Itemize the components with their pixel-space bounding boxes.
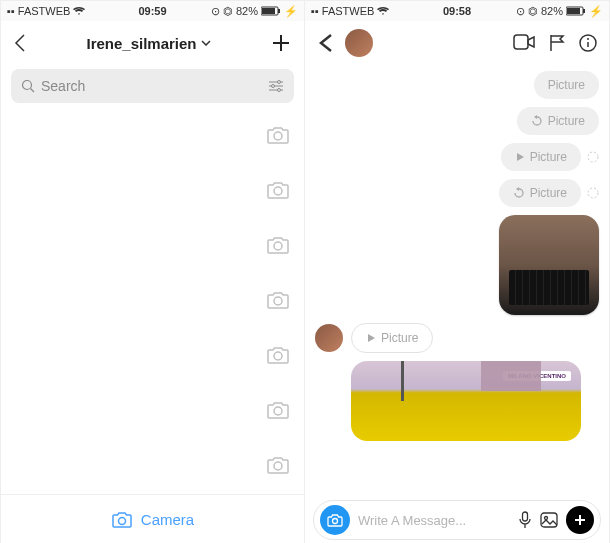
camera-icon [111,510,133,530]
svg-point-5 [272,85,275,88]
location-sticker: MILANO VICENTINO [503,371,571,381]
svg-point-13 [274,462,282,470]
conversation-header [305,21,609,65]
svg-point-4 [278,81,281,84]
video-call-button[interactable] [513,34,535,52]
dm-inbox-screen: ▪▪ FASTWEB 09:59 ⊙ ⏣ 82% ⚡ [1,1,305,543]
lock-icon: ⏣ [528,5,538,18]
svg-rect-1 [262,8,275,14]
list-item[interactable] [1,162,304,217]
camera-icon[interactable] [266,344,290,366]
search-icon [21,79,35,93]
outgoing-photo-message[interactable] [499,215,599,315]
svg-point-21 [588,152,598,162]
gallery-button[interactable] [540,512,558,528]
camera-label: Camera [141,511,194,528]
filter-icon[interactable] [268,79,284,93]
list-item[interactable] [1,272,304,327]
account-switcher[interactable]: Irene_silmarien [86,35,210,52]
dm-conversation-screen: ▪▪ FASTWEB 09:58 ⊙ ⏣ 82% ⚡ [305,1,609,543]
loading-spinner-icon [587,187,599,199]
info-button[interactable] [579,34,597,52]
alarm-icon: ⊙ [211,5,220,18]
status-bar: ▪▪ FASTWEB 09:59 ⊙ ⏣ 82% ⚡ [1,1,304,21]
message-placeholder: Write A Message... [358,513,510,528]
alarm-icon: ⊙ [516,5,525,18]
incoming-picture-bubble[interactable]: Picture [351,323,433,353]
username-label: Irene_silmarien [86,35,196,52]
avatar [1,442,23,488]
list-item[interactable] [1,382,304,437]
replay-icon [531,115,543,127]
camera-icon[interactable] [266,234,290,256]
clock: 09:58 [443,5,471,17]
avatar[interactable] [315,324,343,352]
avatar [1,222,23,268]
battery-percent: 82% [541,5,563,17]
svg-rect-18 [514,35,528,49]
camera-button[interactable] [320,505,350,535]
svg-point-10 [274,297,282,305]
compose-bar: Write A Message... [305,496,609,543]
list-item[interactable] [1,107,304,162]
signal-icon: ▪▪ [311,5,319,17]
svg-rect-25 [541,513,557,527]
search-input[interactable]: Search [11,69,294,103]
loading-spinner-icon [587,151,599,163]
camera-icon[interactable] [266,454,290,476]
list-item[interactable] [1,327,304,382]
svg-point-20 [587,38,589,40]
flag-button[interactable] [549,34,565,52]
svg-rect-17 [583,9,585,13]
carrier-label: FASTWEB [18,5,71,17]
svg-point-9 [274,242,282,250]
bubble-label: Picture [530,186,567,200]
camera-icon[interactable] [266,399,290,421]
lock-icon: ⏣ [223,5,233,18]
chevron-down-icon [201,40,211,46]
voice-message-button[interactable] [518,511,532,529]
message-list: Picture Picture Picture Picture [305,65,609,496]
status-bar: ▪▪ FASTWEB 09:58 ⊙ ⏣ 82% ⚡ [305,1,609,21]
bubble-label: Picture [548,114,585,128]
charging-icon: ⚡ [284,5,298,18]
carrier-label: FASTWEB [322,5,375,17]
outgoing-picture-bubble[interactable]: Picture [534,71,599,99]
back-button[interactable] [13,33,27,53]
svg-point-14 [118,517,125,524]
svg-point-11 [274,352,282,360]
new-message-button[interactable] [270,32,292,54]
camera-icon[interactable] [266,124,290,146]
list-item[interactable] [1,437,304,492]
camera-icon[interactable] [266,179,290,201]
bubble-label: Picture [548,78,585,92]
message-input[interactable]: Write A Message... [313,500,601,540]
svg-rect-24 [523,512,528,521]
battery-icon [261,6,281,16]
avatar[interactable] [345,29,373,57]
outgoing-picture-bubble[interactable]: Picture [499,179,581,207]
add-button[interactable] [566,506,594,534]
back-button[interactable] [317,32,335,54]
outgoing-picture-bubble[interactable]: Picture [517,107,599,135]
svg-point-23 [333,519,338,524]
camera-icon[interactable] [266,289,290,311]
play-icon [366,333,376,343]
wifi-icon [377,6,389,16]
incoming-photo-message[interactable]: MILANO VICENTINO [351,361,581,441]
camera-button[interactable]: Camera [1,494,304,543]
battery-percent: 82% [236,5,258,17]
svg-point-7 [274,132,282,140]
list-item[interactable] [1,217,304,272]
svg-rect-2 [278,9,280,13]
svg-point-6 [278,89,281,92]
svg-point-8 [274,187,282,195]
signal-icon: ▪▪ [7,5,15,17]
svg-point-3 [23,81,32,90]
svg-point-12 [274,407,282,415]
outgoing-picture-bubble[interactable]: Picture [501,143,581,171]
avatar [1,112,23,158]
play-icon [515,152,525,162]
wifi-icon [73,6,85,16]
replay-icon [513,187,525,199]
